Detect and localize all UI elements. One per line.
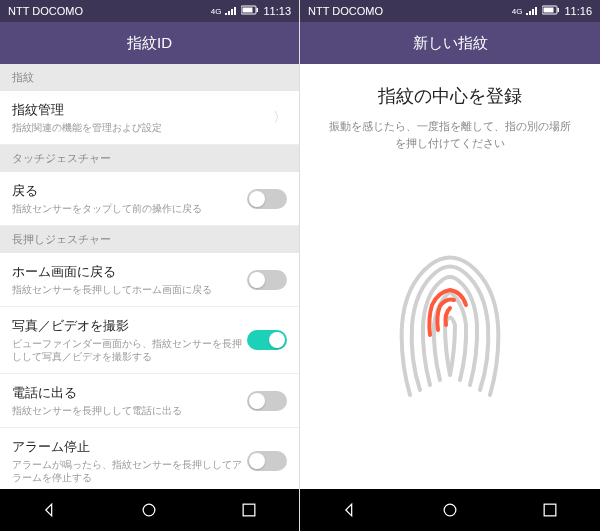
item-title: 写真／ビデオを撮影 [12,317,247,335]
toggle-call[interactable] [247,391,287,411]
section-touch-gesture: タッチジェスチャー [0,145,299,172]
nav-back-button[interactable] [320,489,380,531]
screen-fingerprint-id: NTT DOCOMO 4G 11:13 指紋ID 指紋 指紋管理 指紋関連の機能… [0,0,300,531]
battery-icon [241,5,259,17]
item-manage[interactable]: 指紋管理 指紋関連の機能を管理および設定 〉 [0,91,299,145]
nav-recent-button[interactable] [520,489,580,531]
navbar [0,489,299,531]
item-call[interactable]: 電話に出る 指紋センサーを長押しして電話に出る [0,374,299,428]
item-title: 戻る [12,182,247,200]
nav-home-button[interactable] [119,489,179,531]
svg-rect-1 [243,8,253,13]
enroll-area: 指紋の中心を登録 振動を感じたら、一度指を離して、指の別の場所を押し付けてくださ… [300,64,600,489]
svg-rect-9 [544,504,556,516]
network-label: 4G [211,7,222,16]
toggle-photo[interactable] [247,330,287,350]
item-title: ホーム画面に戻る [12,263,247,281]
fingerprint-icon [380,240,520,410]
svg-rect-2 [257,8,259,12]
toggle-home[interactable] [247,270,287,290]
battery-icon [542,5,560,17]
fingerprint-graphic [380,181,520,469]
nav-home-button[interactable] [420,489,480,531]
statusbar: NTT DOCOMO 4G 11:16 [300,0,600,22]
item-subtitle: 指紋センサーを長押ししてホーム画面に戻る [12,283,247,296]
settings-list[interactable]: 指紋 指紋管理 指紋関連の機能を管理および設定 〉 タッチジェスチャー 戻る 指… [0,64,299,489]
item-title: アラーム停止 [12,438,247,456]
page-title: 新しい指紋 [300,22,600,64]
svg-point-3 [144,504,156,516]
section-longpress-gesture: 長押しジェスチャー [0,226,299,253]
item-title: 電話に出る [12,384,247,402]
toggle-back[interactable] [247,189,287,209]
section-fingerprint: 指紋 [0,64,299,91]
item-subtitle: ビューファインダー画面から、指紋センサーを長押しして写真／ビデオを撮影する [12,337,247,363]
clock-label: 11:16 [564,5,592,17]
signal-icon [526,5,538,17]
chevron-right-icon: 〉 [273,109,287,127]
clock-label: 11:13 [263,5,291,17]
item-subtitle: 指紋センサーを長押しして電話に出る [12,404,247,417]
item-home[interactable]: ホーム画面に戻る 指紋センサーを長押ししてホーム画面に戻る [0,253,299,307]
status-icons: 4G 11:16 [512,5,592,17]
item-subtitle: アラームが鳴ったら、指紋センサーを長押ししてアラームを停止する [12,458,247,484]
page-title: 指紋ID [0,22,299,64]
nav-recent-button[interactable] [219,489,279,531]
signal-icon [225,5,237,17]
carrier-label: NTT DOCOMO [8,5,83,17]
item-subtitle: 指紋センサーをタップして前の操作に戻る [12,202,247,215]
screen-enroll-fingerprint: NTT DOCOMO 4G 11:16 新しい指紋 指紋の中心を登録 振動を感じ… [300,0,600,531]
item-photo[interactable]: 写真／ビデオを撮影 ビューファインダー画面から、指紋センサーを長押しして写真／ビ… [0,307,299,374]
nav-back-button[interactable] [20,489,80,531]
svg-point-8 [444,504,456,516]
statusbar: NTT DOCOMO 4G 11:13 [0,0,299,22]
enroll-heading: 指紋の中心を登録 [378,84,522,108]
item-title: 指紋管理 [12,101,273,119]
svg-rect-6 [544,8,554,13]
carrier-label: NTT DOCOMO [308,5,383,17]
item-back[interactable]: 戻る 指紋センサーをタップして前の操作に戻る [0,172,299,226]
item-alarm[interactable]: アラーム停止 アラームが鳴ったら、指紋センサーを長押ししてアラームを停止する [0,428,299,489]
enroll-description: 振動を感じたら、一度指を離して、指の別の場所を押し付けてください [324,118,576,151]
svg-rect-4 [243,504,255,516]
network-label: 4G [512,7,523,16]
toggle-alarm[interactable] [247,451,287,471]
svg-rect-7 [558,8,560,12]
item-subtitle: 指紋関連の機能を管理および設定 [12,121,273,134]
status-icons: 4G 11:13 [211,5,291,17]
navbar [300,489,600,531]
